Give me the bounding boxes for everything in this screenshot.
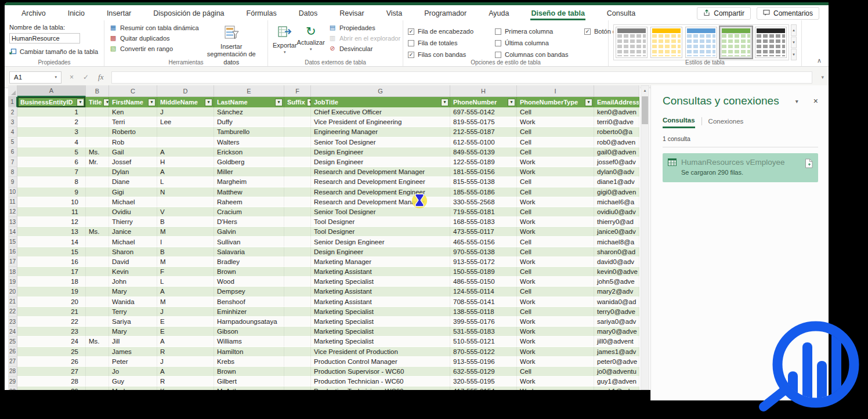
row-number-27[interactable]: 27	[8, 357, 17, 367]
cell[interactable]: Cell	[517, 127, 594, 137]
cell[interactable]: mark1@adve	[594, 387, 639, 390]
row-number-7[interactable]: 7	[8, 157, 17, 167]
row-number-8[interactable]: 8	[8, 167, 17, 177]
cell[interactable]: 819-555-0175	[450, 117, 517, 127]
cell[interactable]: R	[157, 347, 214, 357]
row-number-22[interactable]: 22	[8, 307, 17, 317]
cell[interactable]	[284, 317, 311, 327]
row-number-17[interactable]: 17	[8, 257, 17, 267]
cell[interactable]: jo0@adventu	[594, 367, 639, 377]
cell[interactable]: 3	[17, 127, 86, 137]
cell[interactable]: wanida0@ad	[594, 297, 639, 307]
cell[interactable]: 708-555-0141	[450, 297, 517, 307]
cell[interactable]: 150-555-0189	[450, 267, 517, 277]
cell[interactable]: Thierry	[109, 217, 157, 227]
cell[interactable]: Rob	[109, 138, 157, 147]
tab-consulta[interactable]: Consulta	[606, 7, 636, 20]
cell[interactable]: Work	[517, 157, 594, 167]
cell[interactable]: Walters	[214, 138, 284, 147]
cell[interactable]: 913-555-0172	[450, 257, 517, 267]
filter-button-title[interactable]: ▾	[103, 99, 109, 106]
cell[interactable]: Cell	[517, 367, 594, 377]
cell[interactable]: Lee	[157, 117, 214, 127]
cell[interactable]: 531-555-0183	[450, 327, 517, 337]
cell[interactable]: J	[157, 307, 214, 317]
cell[interactable]: Cell	[517, 267, 594, 277]
cell[interactable]: Sullivan	[214, 237, 284, 247]
cell[interactable]: Sharon	[109, 247, 157, 257]
row-number-4[interactable]: 4	[8, 127, 17, 137]
cell[interactable]: michael6@a	[594, 197, 639, 207]
desvincular-button[interactable]: ⊘Desvincular	[328, 45, 400, 52]
header-cell-emailaddress[interactable]: EmailAddress▾	[594, 97, 639, 107]
cell[interactable]: Work	[517, 377, 594, 387]
cell[interactable]: Terry	[109, 307, 157, 317]
cell[interactable]: Gail	[109, 147, 157, 157]
row-number-16[interactable]: 16	[8, 247, 17, 257]
cell[interactable]	[284, 247, 311, 257]
cell[interactable]: Brown	[214, 267, 284, 277]
row-number-20[interactable]: 20	[8, 287, 17, 297]
cell[interactable]: Research and Development Engineer	[311, 177, 450, 187]
cell[interactable]: Duffy	[214, 117, 284, 127]
tab-revisar[interactable]: Revisar	[339, 7, 364, 20]
cell[interactable]: John	[109, 277, 157, 287]
cell[interactable]: 870-555-0122	[450, 347, 517, 357]
gallery-down-button[interactable]: ▾	[791, 37, 797, 48]
export-button[interactable]: Exportar ▾	[273, 23, 297, 58]
cell[interactable]: Marketing Assistant	[311, 287, 450, 297]
cell[interactable]: Work	[517, 117, 594, 127]
cell[interactable]	[86, 347, 109, 357]
cell[interactable]: 25	[17, 347, 86, 357]
cell[interactable]: 2	[17, 117, 86, 127]
row-number-12[interactable]: 12	[8, 207, 17, 217]
cancel-entry-icon[interactable]: ×	[70, 73, 74, 81]
propiedades-button[interactable]: ▤Propiedades	[328, 24, 400, 31]
cell[interactable]: 24	[17, 337, 86, 346]
tab-consultas[interactable]: Consultas	[663, 117, 695, 128]
scrollbar-thumb[interactable]	[642, 96, 648, 124]
cell[interactable]: Marketing Specialist	[311, 337, 450, 346]
cell[interactable]: 16	[17, 257, 86, 267]
cell[interactable]: E	[157, 327, 214, 337]
cell[interactable]: J	[157, 357, 214, 367]
cell[interactable]	[86, 117, 109, 127]
cell[interactable]: F	[157, 267, 214, 277]
cell[interactable]	[86, 197, 109, 207]
cell[interactable]	[86, 297, 109, 307]
cell[interactable]: 8	[17, 177, 86, 187]
cell[interactable]	[86, 377, 109, 387]
cell[interactable]: H	[157, 157, 214, 167]
cell[interactable]	[284, 377, 311, 387]
cell[interactable]	[157, 197, 214, 207]
column-header-clipped[interactable]	[594, 85, 639, 97]
cell[interactable]: Cracium	[214, 207, 284, 217]
cell[interactable]: Sánchez	[214, 107, 284, 117]
cell[interactable]: McArthur	[214, 387, 284, 390]
cell[interactable]: roberto0@a	[594, 127, 639, 137]
spreadsheet-grid[interactable]: ABCDEFGHI1BusinessEntityID▾Title▾FirstNa…	[8, 85, 640, 390]
cell[interactable]: david0@adv	[594, 257, 639, 267]
cell[interactable]	[86, 287, 109, 297]
cell[interactable]: Work	[517, 277, 594, 287]
cell[interactable]: 815-555-0138	[450, 177, 517, 187]
cell[interactable]: james1@adv	[594, 347, 639, 357]
select-all-corner[interactable]	[8, 85, 17, 97]
cell[interactable]: Harnpadoungsataya	[214, 317, 284, 327]
resumir-con-tabla-dinamica-button[interactable]: ▦Resumir con tabla dinámica	[109, 24, 199, 31]
cell[interactable]: Vice President of Engineering	[311, 117, 450, 127]
row-number-26[interactable]: 26	[8, 347, 17, 357]
resize-table-button[interactable]: Cambiar tamaño de la tabla	[9, 47, 99, 56]
cell[interactable]: A	[157, 367, 214, 377]
column-header-H[interactable]: H	[450, 85, 517, 97]
cell[interactable]: Hamilton	[214, 347, 284, 357]
row-number-23[interactable]: 23	[8, 317, 17, 327]
cell[interactable]: Marketing Assistant	[311, 297, 450, 307]
cell[interactable]: Gilbert	[214, 377, 284, 387]
cell[interactable]: Tamburello	[214, 127, 284, 137]
column-header-B[interactable]: B	[86, 85, 109, 97]
formula-bar-expand-chevron[interactable]: ▾	[821, 74, 824, 80]
cell[interactable]: I	[157, 237, 214, 247]
tab-datos[interactable]: Datos	[298, 7, 319, 20]
convertir-en-rango-button[interactable]: ▧Convertir en rango	[109, 45, 199, 52]
